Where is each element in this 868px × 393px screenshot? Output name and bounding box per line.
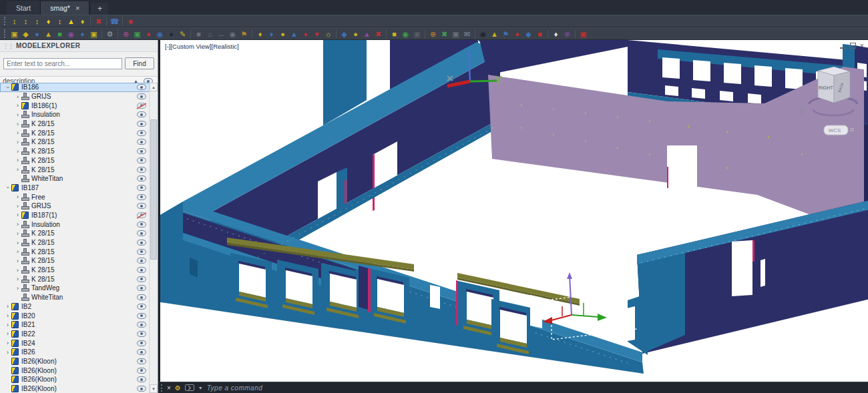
tree-row-label[interactable]: IB24 (21, 340, 137, 347)
visibility-icon[interactable] (137, 130, 146, 136)
phone-support-icon[interactable]: ☎ (109, 16, 120, 27)
chevron-right-icon[interactable]: › (14, 230, 21, 237)
tree-row-label[interactable]: K 28/15 (31, 147, 137, 155)
chevron-right-icon[interactable]: › (14, 157, 21, 163)
tree-row-grijs[interactable]: ›GRIJS (0, 92, 150, 101)
numbering-icon[interactable]: ▣ (411, 29, 423, 39)
visibility-off-icon[interactable] (137, 212, 146, 218)
green-cross-icon[interactable]: ✖ (439, 29, 450, 39)
tree-row-k-28-15[interactable]: ›K 28/15 (0, 247, 150, 256)
bolt-pair-icon-3[interactable]: ● (277, 29, 288, 39)
chevron-down-icon[interactable]: ▼ (198, 386, 203, 390)
chevron-right-icon[interactable]: › (14, 121, 21, 127)
chevron-right-icon[interactable]: › (14, 111, 21, 118)
tree-row-free[interactable]: ›Free (0, 192, 150, 202)
flag-blue-icon[interactable]: ⚑ (500, 29, 511, 39)
visibility-icon[interactable] (137, 121, 146, 127)
check-green-icon[interactable]: ◉ (400, 29, 411, 39)
visibility-icon[interactable] (137, 304, 146, 310)
visibility-icon[interactable] (137, 313, 146, 319)
tree-row-label[interactable]: IB26(Kloon) (21, 385, 137, 392)
tree-row-ib187-1-[interactable]: ›IB187(1) (0, 211, 150, 220)
visibility-icon[interactable] (137, 349, 146, 355)
machine-tool-icon-3[interactable]: ● (31, 29, 43, 39)
scrollbar-thumb[interactable] (150, 119, 157, 260)
find-button[interactable]: Find (125, 57, 154, 69)
structure-up-down-icon[interactable]: ↕ (9, 16, 20, 27)
tree-row-ib24[interactable]: ›IB24 (0, 338, 150, 348)
record-icon[interactable]: ● (143, 29, 154, 39)
command-bar-grip[interactable] (161, 384, 163, 392)
tab-start[interactable]: Start (7, 1, 41, 15)
tree-row-k-28-15[interactable]: ›K 28/15 (0, 147, 150, 156)
mail-icon[interactable]: ✉ (461, 29, 473, 39)
tree-row-label[interactable]: IB2 (21, 303, 137, 310)
chevron-right-icon[interactable]: › (4, 349, 11, 356)
machine-tool-icon-1[interactable]: ▣ (9, 29, 20, 39)
tree-row-ib22[interactable]: ›IB22 (0, 330, 150, 339)
visibility-icon[interactable] (137, 358, 146, 364)
scroll-down-icon[interactable]: ▼ (150, 384, 158, 393)
chevron-right-icon[interactable]: › (14, 267, 21, 274)
tree-row-ib26-kloon-[interactable]: ›IB26(Kloon) (0, 357, 150, 366)
visibility-icon[interactable] (137, 285, 146, 291)
visibility-icon[interactable] (137, 331, 146, 337)
hand-icon[interactable]: ♦ (550, 29, 562, 39)
tree-row-k-28-15[interactable]: ›K 28/15 (0, 229, 150, 238)
tree-row-ib186[interactable]: ›IB186 (0, 83, 150, 92)
favorite-icon[interactable]: ♥ (311, 29, 322, 39)
visibility-icon[interactable] (137, 194, 146, 200)
knot-purple-icon[interactable]: ⊕ (562, 29, 573, 39)
people-icon[interactable]: ◉ (477, 29, 489, 39)
visibility-icon[interactable] (137, 84, 146, 90)
chevron-right-icon[interactable]: › (14, 221, 21, 228)
tree-row-label[interactable]: IB26(Kloon) (21, 358, 137, 365)
chevron-right-icon[interactable]: › (4, 312, 11, 319)
orange-target-icon[interactable]: ⊕ (427, 29, 439, 39)
tree-row-label[interactable]: IB20 (21, 312, 137, 320)
delete-icon[interactable]: ✖ (93, 16, 104, 27)
chevron-right-icon[interactable]: › (14, 102, 21, 109)
customize-wrench-icon[interactable]: ⚙ (104, 29, 116, 39)
wrench-icon[interactable]: ⚙ (175, 384, 181, 392)
visibility-icon[interactable] (137, 139, 146, 145)
visibility-icon[interactable] (137, 258, 146, 264)
part-blue-icon[interactable]: ◆ (339, 29, 350, 39)
tree-row-label[interactable]: K 28/15 (31, 230, 137, 237)
info-icon[interactable]: ◉ (154, 29, 166, 39)
tree-row-ib26-kloon-[interactable]: ›IB26(Kloon) (0, 375, 150, 384)
visibility-icon[interactable] (137, 276, 146, 282)
tree-row-k-28-15[interactable]: ›K 28/15 (0, 156, 150, 165)
flash-icon[interactable]: ⚑ (238, 29, 250, 39)
tree-row-label[interactable]: IB187 (21, 184, 137, 191)
share-node-icon[interactable]: ⊕ (120, 29, 132, 39)
tree-row-label[interactable]: IB21 (21, 321, 137, 328)
block-red-icon[interactable]: ▣ (578, 29, 589, 39)
tree-row-label[interactable]: TandWeg (31, 284, 137, 292)
node-small-icon[interactable]: ♦ (43, 16, 54, 27)
machine-tool-icon-6[interactable]: ◉ (65, 29, 77, 39)
chevron-right-icon[interactable]: › (14, 148, 21, 155)
visibility-icon[interactable] (137, 111, 146, 117)
tree-row-label[interactable]: WhiteTitan (31, 175, 137, 182)
chevron-right-icon[interactable]: › (14, 258, 21, 264)
tab-smag[interactable]: smag* × (41, 1, 89, 15)
battery-red-icon[interactable]: ■ (534, 29, 546, 39)
tree-row-ib26-kloon-[interactable]: ›IB26(Kloon) (0, 384, 150, 393)
close-icon[interactable]: × (860, 43, 864, 49)
tree-row-label[interactable]: K 28/15 (31, 248, 137, 256)
chevron-right-icon[interactable]: › (14, 203, 21, 210)
camera-disabled-icon[interactable]: ◉ (227, 29, 238, 39)
tree-row-k-28-15[interactable]: ›K 28/15 (0, 165, 150, 174)
machine-tool-icon-4[interactable]: ▲ (43, 29, 54, 39)
tree-row-label[interactable]: K 28/15 (31, 266, 137, 274)
tree-row-label[interactable]: K 28/15 (31, 276, 137, 283)
tree-row-label[interactable]: IB26(Kloon) (21, 376, 137, 383)
bolt-pair-icon-4[interactable]: ▲ (288, 29, 300, 39)
visibility-icon[interactable] (137, 93, 146, 99)
tree-row-label[interactable]: IB187(1) (31, 212, 137, 219)
minimize-icon[interactable] (840, 43, 846, 49)
side-node-icon[interactable]: ♦ (77, 16, 88, 27)
machine-tool-icon-7[interactable]: ♦ (77, 29, 88, 39)
tree-row-label[interactable]: GRIJS (31, 93, 137, 100)
